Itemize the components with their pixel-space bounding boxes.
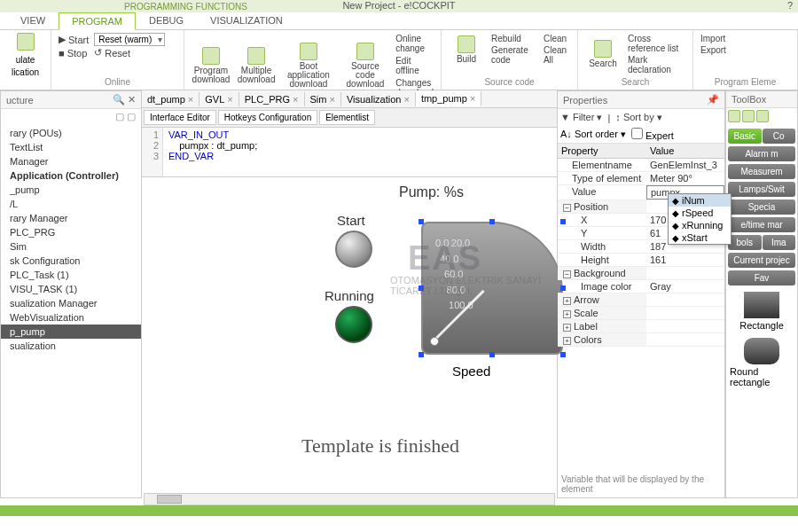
start-label: Start [337, 213, 365, 228]
properties-title: Properties [563, 95, 607, 106]
sortorder-button[interactable]: A↓ Sort order ▾ [560, 129, 626, 140]
doctab-active[interactable]: tmp_pump× [416, 91, 481, 106]
doctab[interactable]: dt_pump× [142, 92, 200, 106]
tree-item-selected[interactable]: p_pump [1, 325, 141, 339]
toolbox-rectangle[interactable]: Rectangle [726, 288, 797, 334]
import-button[interactable]: Import [699, 33, 792, 44]
tree-item[interactable]: sualization [1, 339, 141, 353]
tab-debug[interactable]: DEBUG [136, 12, 197, 29]
subtab-elementlist[interactable]: Elementlist [319, 110, 375, 125]
doctab[interactable]: GVL× [200, 92, 239, 106]
close-icon[interactable]: × [329, 94, 334, 105]
rebuild-button[interactable]: Rebuild [489, 33, 538, 44]
intelli-item[interactable]: ◆ iNum [669, 194, 731, 207]
toolbox-cat[interactable]: Alarm m [728, 146, 795, 161]
window-title: New Project - e!COCKPIT [0, 0, 798, 12]
clean-all-button[interactable]: Clean All [542, 44, 572, 66]
project-tree[interactable]: rary (POUs) TextList Manager Application… [1, 124, 141, 497]
intelli-item[interactable]: ◆ xRunning [669, 219, 731, 231]
toolbox-round-rectangle[interactable]: Round rectangle [726, 334, 797, 391]
running-label: Running [325, 288, 374, 303]
close-icon[interactable]: × [188, 94, 193, 105]
tab-program[interactable]: PROGRAM [59, 12, 136, 30]
reset-combo[interactable]: Reset (warm) [94, 33, 165, 46]
tree-item[interactable]: rary (POUs) [1, 126, 141, 140]
search-button[interactable]: Search [583, 38, 622, 70]
build-button[interactable]: Build [447, 34, 486, 66]
watermark-sub: OTOMASYON ELEKTRİK SANAYİ TİCARET LTD.ŞT… [390, 275, 557, 296]
intelli-item[interactable]: ◆ rSpeed [669, 207, 731, 219]
properties-panel: Properties📌 ▼ Filter ▾ | ↕ Sort by ▾ A↓ … [557, 90, 725, 498]
close-icon[interactable]: × [293, 94, 298, 105]
toolbox-cat-basic[interactable]: Basic [728, 129, 762, 144]
tree-item[interactable]: sk Configuration [1, 254, 141, 268]
intelli-item[interactable]: ◆ xStart [669, 231, 731, 244]
edit-offline-button[interactable]: Edit offline [394, 55, 435, 76]
status-bar [0, 505, 798, 516]
horizontal-scrollbar[interactable] [144, 493, 555, 505]
close-icon[interactable]: × [470, 93, 475, 104]
online-change-button[interactable]: Online change [394, 33, 435, 54]
pin-icon[interactable]: 📌 [707, 94, 719, 106]
mark-declaration-button[interactable]: Mark declaration [626, 54, 687, 75]
doctab[interactable]: Visualization× [341, 92, 416, 106]
doctab[interactable]: Sim× [305, 92, 341, 106]
visualization-canvas[interactable]: Pump: %s Start Running 0.0 20.0 40.0 60.… [142, 177, 557, 498]
pump-label: Pump: %s [399, 184, 464, 200]
close-icon[interactable]: × [227, 94, 232, 105]
export-button[interactable]: Export [699, 44, 792, 56]
overlay-text: Template is finished [301, 434, 459, 458]
toolbox-cat[interactable]: Lamps/Swit [728, 182, 795, 197]
tree-item[interactable]: /L [1, 197, 141, 211]
tree-item[interactable]: Application (Controller) [1, 168, 141, 183]
toolbox-cat[interactable]: Current projec [728, 253, 795, 268]
multiple-download-button[interactable]: Multiple download [236, 45, 277, 86]
tree-item[interactable]: Sim [1, 239, 141, 254]
cross-reference-button[interactable]: Cross reference list [626, 33, 687, 54]
running-led [335, 306, 372, 343]
filter-button[interactable]: ▼ Filter ▾ [560, 112, 602, 123]
tree-item[interactable]: WebVisualization [1, 310, 141, 325]
toolbox-cat[interactable]: e/time mar [728, 217, 795, 232]
toolbox-cat[interactable]: Fav [728, 270, 795, 286]
tree-item[interactable]: _pump [1, 183, 141, 197]
structure-title: ucture [6, 95, 34, 106]
tab-view[interactable]: VIEW [7, 12, 59, 29]
close-icon[interactable]: × [403, 94, 409, 105]
source-download-button[interactable]: Source code download [340, 41, 390, 90]
clean-button[interactable]: Clean [542, 33, 572, 44]
sortby-button[interactable]: ↕ Sort by ▾ [615, 112, 661, 123]
tree-item[interactable]: sualization Manager [1, 296, 141, 310]
intellisense-popup[interactable]: ◆ iNum ◆ rSpeed ◆ xRunning ◆ xStart [668, 193, 732, 245]
start-knob[interactable] [335, 231, 372, 268]
toolbox-cat[interactable]: bols [728, 235, 762, 250]
simulate-icon[interactable] [17, 33, 35, 51]
tree-item[interactable]: PLC_Task (1) [1, 268, 141, 282]
subtab-hotkeys[interactable]: Hotkeys Configuration [218, 110, 317, 125]
property-hint: Variable that will be displayed by the e… [558, 471, 724, 497]
program-download-button[interactable]: Program download [190, 45, 232, 86]
doctab[interactable]: PLC_PRG× [239, 92, 305, 106]
tree-item[interactable]: VISU_TASK (1) [1, 282, 141, 296]
tab-visualization[interactable]: VISUALIZATION [197, 12, 296, 29]
reset-button[interactable]: ↺Reset [92, 46, 132, 59]
generate-code-button[interactable]: Generate code [489, 44, 538, 66]
toolbox-cat[interactable]: Specia [728, 200, 795, 215]
toolbox-panel: ToolBox Basic Co Alarm m Measurem Lamps/… [725, 90, 798, 498]
expert-checkbox[interactable]: Expert [631, 128, 674, 141]
boot-download-button[interactable]: Boot application download [280, 41, 337, 90]
stop-button[interactable]: ■Stop [57, 47, 89, 59]
toolbox-cat[interactable]: Co [763, 129, 796, 144]
tree-item[interactable]: rary Manager [1, 211, 141, 225]
ribbon: ulate lication ▶Start Reset (warm) ■Stop… [0, 30, 798, 90]
tree-item[interactable]: TextList [1, 140, 141, 154]
help-icon[interactable]: ? [787, 0, 793, 11]
toolbox-cat[interactable]: Ima [763, 235, 796, 250]
start-button[interactable]: ▶Start [57, 33, 90, 46]
tree-item[interactable]: Manager [1, 154, 141, 168]
speed-label: Speed [452, 364, 490, 379]
code-editor[interactable]: 123 VAR_IN_OUT pumpx : dt_pump; END_VAR [142, 128, 557, 177]
subtab-interface-editor[interactable]: Interface Editor [144, 110, 216, 125]
tree-item[interactable]: PLC_PRG [1, 225, 141, 239]
toolbox-cat[interactable]: Measurem [728, 164, 795, 179]
